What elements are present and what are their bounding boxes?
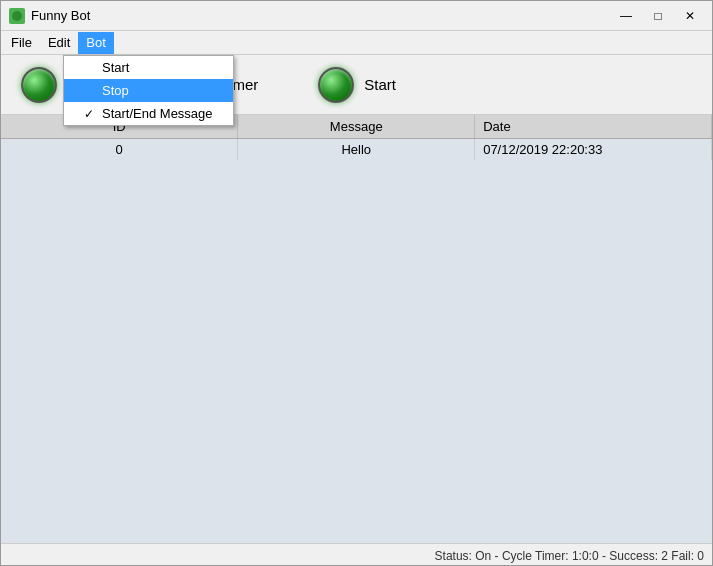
menu-bot[interactable]: Bot — [78, 32, 114, 54]
col-header-message: Message — [238, 115, 475, 139]
dropdown-start[interactable]: Start — [64, 56, 233, 79]
start-label: Start — [364, 76, 396, 93]
menu-edit[interactable]: Edit — [40, 32, 78, 54]
minimize-button[interactable]: — — [612, 6, 640, 26]
main-content: ID Message Date 0 Hello 07/12/2019 22:20… — [1, 115, 712, 543]
window-controls: — □ ✕ — [612, 6, 704, 26]
svg-point-0 — [12, 11, 22, 21]
table-row: 0 Hello 07/12/2019 22:20:33 — [1, 139, 712, 161]
status-text: Status: On - Cycle Timer: 1:0:0 - Succes… — [435, 549, 704, 563]
dropdown-startend[interactable]: ✓ Start/End Message — [64, 102, 233, 125]
table-container: ID Message Date 0 Hello 07/12/2019 22:20… — [1, 115, 712, 543]
cell-id: 0 — [1, 139, 238, 161]
col-header-date: Date — [475, 115, 712, 139]
cell-date: 07/12/2019 22:20:33 — [475, 139, 712, 161]
bot-dropdown: Start Stop ✓ Start/End Message — [63, 55, 234, 126]
close-button[interactable]: ✕ — [676, 6, 704, 26]
tweets-indicator — [21, 67, 57, 103]
app-icon — [9, 8, 25, 24]
toolbar-start: Start — [318, 67, 396, 103]
menu-file[interactable]: File — [3, 32, 40, 54]
dropdown-stop[interactable]: Stop — [64, 79, 233, 102]
cell-message: Hello — [238, 139, 475, 161]
table-body: 0 Hello 07/12/2019 22:20:33 — [1, 139, 712, 161]
status-bar: Status: On - Cycle Timer: 1:0:0 - Succes… — [1, 543, 712, 566]
start-check — [84, 61, 98, 75]
menu-bar: File Edit Bot Start Stop ✓ Start/End Mes… — [1, 31, 712, 55]
window-title: Funny Bot — [31, 8, 612, 23]
stop-check — [84, 84, 98, 98]
startend-check: ✓ — [84, 107, 98, 121]
title-bar: Funny Bot — □ ✕ — [1, 1, 712, 31]
start-indicator — [318, 67, 354, 103]
maximize-button[interactable]: □ — [644, 6, 672, 26]
